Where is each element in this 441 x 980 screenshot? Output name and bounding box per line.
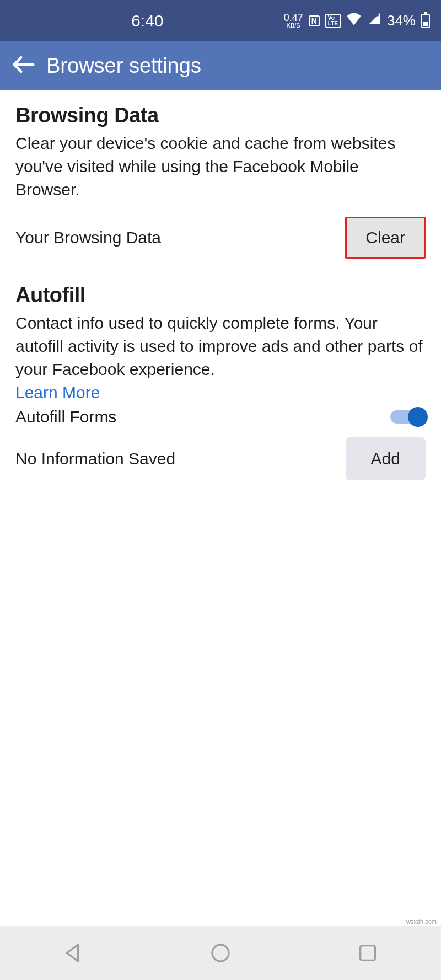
content-area: Browsing Data Clear your device's cookie… xyxy=(0,90,441,505)
nav-recents-button[interactable] xyxy=(357,942,379,964)
autofill-forms-row: Autofill Forms xyxy=(15,408,426,426)
toggle-thumb xyxy=(408,407,428,427)
autofill-forms-label: Autofill Forms xyxy=(15,408,116,426)
section-divider xyxy=(15,270,426,270)
status-time-container: 6:40 xyxy=(11,12,284,30)
browsing-data-desc: Clear your device's cookie and cache fro… xyxy=(15,132,426,201)
back-button[interactable] xyxy=(11,52,35,79)
no-information-label: No Information Saved xyxy=(15,449,175,468)
watermark: wsxdn.com xyxy=(406,918,437,925)
add-button[interactable]: Add xyxy=(346,437,426,480)
volte-icon: Vo LTE xyxy=(325,14,341,28)
battery-icon xyxy=(421,14,430,28)
nav-home-button[interactable] xyxy=(209,942,232,964)
no-information-row: No Information Saved Add xyxy=(15,437,426,480)
learn-more-link[interactable]: Learn More xyxy=(15,383,100,402)
browsing-data-section: Browsing Data Clear your device's cookie… xyxy=(15,104,426,259)
cell-signal-icon: x xyxy=(367,12,381,29)
network-speed-icon: 0.47 KB/S xyxy=(284,13,303,29)
app-bar: Browser settings xyxy=(0,41,441,90)
autofill-title: Autofill xyxy=(15,283,426,307)
nfc-icon: N xyxy=(309,15,320,26)
battery-percent: 34% xyxy=(387,12,416,29)
status-bar: 6:40 0.47 KB/S N Vo LTE x 34% xyxy=(0,0,441,41)
wifi-icon xyxy=(346,12,362,29)
clear-button[interactable]: Clear xyxy=(345,217,426,259)
browsing-data-title: Browsing Data xyxy=(15,104,426,127)
svg-rect-3 xyxy=(360,946,375,961)
status-time: 6:40 xyxy=(131,12,163,30)
page-title: Browser settings xyxy=(46,54,201,78)
your-browsing-data-label: Your Browsing Data xyxy=(15,228,161,247)
your-browsing-data-row: Your Browsing Data Clear xyxy=(15,217,426,259)
svg-point-2 xyxy=(212,945,229,961)
autofill-forms-toggle[interactable] xyxy=(390,408,426,426)
autofill-section: Autofill Contact info used to quickly co… xyxy=(15,283,426,480)
autofill-desc: Contact info used to quickly complete fo… xyxy=(15,312,426,381)
status-icons: 0.47 KB/S N Vo LTE x 34% xyxy=(284,12,430,29)
nav-back-button[interactable] xyxy=(62,942,84,964)
svg-text:x: x xyxy=(377,12,379,18)
system-nav-bar xyxy=(0,926,441,980)
